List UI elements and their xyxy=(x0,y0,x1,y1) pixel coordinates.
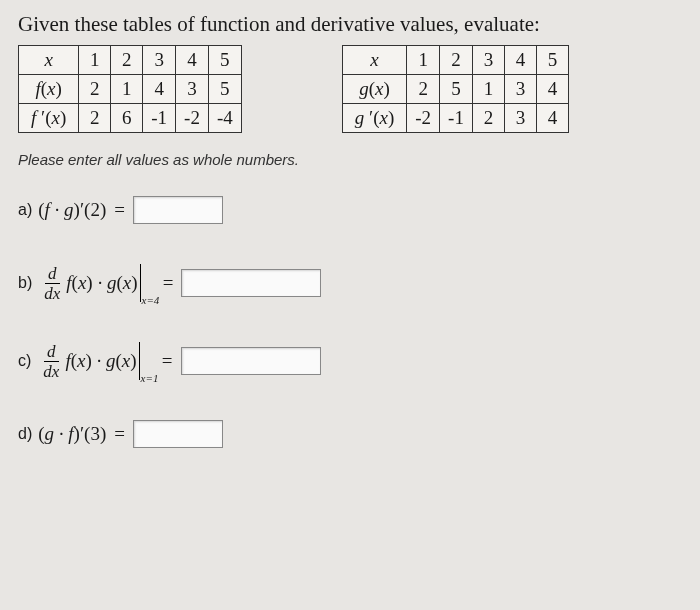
cell: -4 xyxy=(208,104,241,133)
cell: 4 xyxy=(536,104,568,133)
question-label: d) xyxy=(18,425,32,443)
table-row: f ′(x) 2 6 -1 -2 -4 xyxy=(19,104,242,133)
cell: g(x) xyxy=(342,75,407,104)
cell: 1 xyxy=(407,46,440,75)
answer-input-b[interactable] xyxy=(181,269,321,297)
answer-input-d[interactable] xyxy=(133,420,223,448)
expression: d dx f(x) · g(x) x=4 = xyxy=(38,264,181,302)
cell: 4 xyxy=(143,75,176,104)
cell: 2 xyxy=(407,75,440,104)
cell: 6 xyxy=(111,104,143,133)
cell: -2 xyxy=(176,104,209,133)
question-c: c) d dx f(x) · g(x) x=1 = xyxy=(18,342,682,380)
cell: 2 xyxy=(440,46,473,75)
table-row: x 1 2 3 4 5 xyxy=(19,46,242,75)
question-label: b) xyxy=(18,274,32,292)
cell: f ′(x) xyxy=(19,104,79,133)
answer-input-c[interactable] xyxy=(181,347,321,375)
cell: x xyxy=(342,46,407,75)
table-g: x 1 2 3 4 5 g(x) 2 5 1 3 4 g ′(x) -2 -1 … xyxy=(342,45,569,133)
cell: 2 xyxy=(79,104,111,133)
page-title: Given these tables of function and deriv… xyxy=(18,12,682,37)
cell: 5 xyxy=(440,75,473,104)
cell: 2 xyxy=(79,75,111,104)
cell: 1 xyxy=(79,46,111,75)
cell: 4 xyxy=(176,46,209,75)
expression: (g · f)′(3) = xyxy=(38,423,133,445)
cell: 1 xyxy=(111,75,143,104)
cell: 5 xyxy=(536,46,568,75)
cell: -2 xyxy=(407,104,440,133)
expression: (f · g)′(2) = xyxy=(38,199,133,221)
table-row: f(x) 2 1 4 3 5 xyxy=(19,75,242,104)
table-row: x 1 2 3 4 5 xyxy=(342,46,568,75)
cell: 5 xyxy=(208,75,241,104)
question-d: d) (g · f)′(3) = xyxy=(18,420,682,448)
cell: x xyxy=(19,46,79,75)
cell: 5 xyxy=(208,46,241,75)
cell: -1 xyxy=(440,104,473,133)
answer-input-a[interactable] xyxy=(133,196,223,224)
hint-text: Please enter all values as whole numbers… xyxy=(18,151,682,168)
cell: 3 xyxy=(472,46,504,75)
cell: -1 xyxy=(143,104,176,133)
cell: 3 xyxy=(176,75,209,104)
cell: 3 xyxy=(504,104,536,133)
cell: 4 xyxy=(504,46,536,75)
cell: 3 xyxy=(504,75,536,104)
cell: 2 xyxy=(111,46,143,75)
cell: 4 xyxy=(536,75,568,104)
cell: 3 xyxy=(143,46,176,75)
expression: d dx f(x) · g(x) x=1 = xyxy=(37,342,180,380)
question-b: b) d dx f(x) · g(x) x=4 = xyxy=(18,264,682,302)
question-label: c) xyxy=(18,352,31,370)
cell: g ′(x) xyxy=(342,104,407,133)
question-a: a) (f · g)′(2) = xyxy=(18,196,682,224)
tables-row: x 1 2 3 4 5 f(x) 2 1 4 3 5 f ′(x) 2 6 -1… xyxy=(18,45,682,133)
cell: f(x) xyxy=(19,75,79,104)
question-label: a) xyxy=(18,201,32,219)
table-row: g ′(x) -2 -1 2 3 4 xyxy=(342,104,568,133)
cell: 1 xyxy=(472,75,504,104)
cell: 2 xyxy=(472,104,504,133)
table-row: g(x) 2 5 1 3 4 xyxy=(342,75,568,104)
table-f: x 1 2 3 4 5 f(x) 2 1 4 3 5 f ′(x) 2 6 -1… xyxy=(18,45,242,133)
